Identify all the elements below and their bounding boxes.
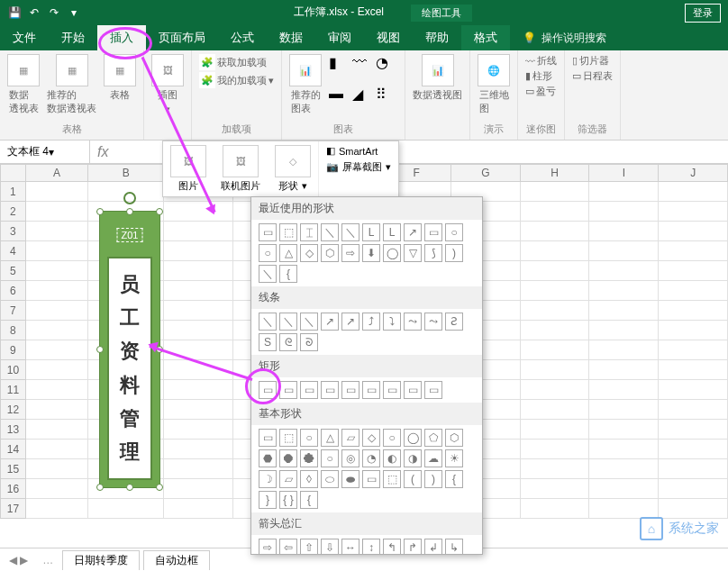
cell[interactable] (164, 321, 233, 340)
cell[interactable] (521, 281, 590, 301)
shape-item[interactable]: ⬚ (279, 429, 297, 447)
row-header[interactable]: 5 (0, 261, 26, 281)
shape-item[interactable]: ⬡ (321, 244, 339, 262)
shape-item[interactable]: ↗ (321, 313, 339, 331)
shape-item[interactable]: ↲ (424, 539, 442, 555)
cell[interactable] (659, 400, 728, 420)
cell[interactable] (589, 241, 659, 261)
resize-handle[interactable] (96, 484, 104, 491)
shape-item[interactable]: L (383, 223, 401, 241)
pivot-table-button[interactable]: ▦数据 透视表 (7, 54, 40, 115)
sparkline-winloss-button[interactable]: ▭盈亏 (525, 85, 556, 98)
cell[interactable] (164, 440, 233, 459)
cell[interactable] (659, 281, 728, 301)
resize-handle[interactable] (156, 484, 163, 491)
column-header[interactable]: I (589, 164, 659, 182)
shape-item[interactable]: ▭ (424, 223, 442, 241)
row-header[interactable]: 17 (0, 499, 26, 519)
cell[interactable] (589, 340, 659, 360)
cell[interactable] (164, 420, 233, 440)
cell[interactable] (659, 321, 728, 340)
cell[interactable] (589, 301, 659, 321)
row-header[interactable]: 11 (0, 380, 26, 400)
shape-item[interactable]: ↔ (341, 539, 359, 555)
cell[interactable] (164, 400, 233, 420)
cell[interactable] (26, 499, 88, 519)
cell[interactable] (521, 499, 590, 519)
smartart-button[interactable]: ◧SmartArt (326, 145, 391, 157)
shape-item[interactable]: ▭ (383, 381, 401, 399)
row-header[interactable]: 14 (0, 440, 26, 459)
tab-file[interactable]: 文件 (0, 25, 49, 50)
shape-item[interactable]: ▽ (404, 244, 422, 262)
shape-item[interactable]: ▭ (362, 381, 380, 399)
shape-item[interactable]: ▭ (300, 381, 318, 399)
cell[interactable] (589, 360, 659, 380)
shape-item[interactable]: ▭ (259, 381, 277, 399)
row-header[interactable]: 10 (0, 360, 26, 380)
cell[interactable] (26, 360, 88, 380)
column-header[interactable]: B (88, 164, 164, 182)
3d-map-button[interactable]: 🌐三维地 图 (478, 54, 510, 115)
row-header[interactable]: 4 (0, 241, 26, 261)
shape-item[interactable]: } (259, 491, 277, 509)
cell[interactable] (589, 222, 659, 241)
shape-item[interactable]: ◑ (404, 449, 422, 467)
shape-item[interactable]: ⤳ (424, 313, 442, 331)
pictures-button[interactable]: 🖼图片 (163, 141, 214, 196)
cell[interactable] (521, 301, 590, 321)
my-addins-button[interactable]: 🧩我的加载项 ▾ (199, 72, 274, 88)
shape-item[interactable]: ◯ (383, 244, 401, 262)
tab-formulas[interactable]: 公式 (218, 25, 267, 50)
cell[interactable] (26, 301, 88, 321)
shape-item[interactable]: ▭ (259, 223, 277, 241)
cell[interactable] (589, 459, 659, 479)
sheet-tab[interactable]: 日期转季度 (62, 550, 140, 570)
cell[interactable] (659, 420, 728, 440)
cell[interactable] (589, 400, 659, 420)
shape-item[interactable]: ⇦ (279, 539, 297, 555)
cell[interactable] (521, 479, 590, 499)
cell[interactable] (659, 241, 728, 261)
slicer-button[interactable]: ▯切片器 (572, 54, 609, 68)
cell[interactable] (659, 222, 728, 241)
cell[interactable] (521, 241, 590, 261)
cell[interactable] (521, 321, 590, 340)
shape-item[interactable]: △ (321, 429, 339, 447)
shape-item[interactable]: ◔ (362, 449, 380, 467)
shape-item[interactable]: ⬠ (424, 429, 442, 447)
shape-item[interactable]: ○ (259, 244, 277, 262)
chart-area-icon[interactable]: ◢ (352, 86, 372, 102)
sparkline-column-button[interactable]: ▮柱形 (525, 69, 552, 83)
shape-item[interactable]: ◇ (300, 244, 318, 262)
cell[interactable] (659, 202, 728, 222)
name-box[interactable]: 文本框 4 ▾ (0, 140, 90, 163)
shape-item[interactable]: ○ (445, 223, 463, 241)
resize-handle[interactable] (126, 484, 133, 491)
cell[interactable] (521, 380, 590, 400)
shape-item[interactable]: ☽ (259, 470, 277, 488)
sheet-nav-arrows[interactable]: ◀ ▶ (0, 554, 37, 566)
shape-item[interactable]: ↱ (404, 539, 422, 555)
shape-item[interactable]: ○ (321, 449, 339, 467)
tell-me-search[interactable]: 💡 操作说明搜索 (510, 25, 619, 50)
tab-home[interactable]: 开始 (49, 25, 97, 50)
cell[interactable] (26, 222, 88, 241)
tab-layout[interactable]: 页面布局 (146, 25, 218, 50)
shape-item[interactable]: ＼ (279, 313, 297, 331)
chart-line-icon[interactable]: 〰 (352, 54, 372, 70)
shape-item[interactable]: ☀ (445, 449, 463, 467)
shape-item[interactable]: ↰ (383, 539, 401, 555)
cell[interactable] (88, 499, 164, 519)
cell[interactable] (521, 420, 590, 440)
column-header[interactable]: J (659, 164, 728, 182)
row-header[interactable]: 9 (0, 340, 26, 360)
cell[interactable] (589, 281, 659, 301)
cell[interactable] (589, 440, 659, 459)
chart-column-icon[interactable]: ▮ (329, 54, 349, 70)
tab-review[interactable]: 审阅 (315, 25, 364, 50)
get-addins-button[interactable]: 🧩获取加载项 (199, 54, 267, 70)
shape-item[interactable]: ⤳ (404, 313, 422, 331)
shape-item[interactable]: ⬬ (341, 470, 359, 488)
row-header[interactable]: 7 (0, 301, 26, 321)
